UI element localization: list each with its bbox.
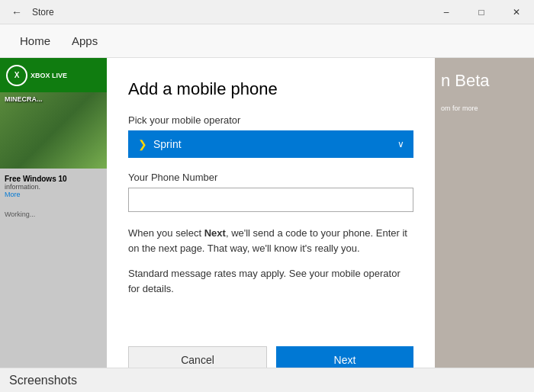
xbox-live-banner: X XBOX LIVE bbox=[0, 58, 111, 92]
sprint-icon: ❯ bbox=[138, 138, 147, 150]
operator-dropdown[interactable]: ❯ Sprint bbox=[128, 130, 413, 158]
insider-sub-text: om for more bbox=[435, 104, 534, 112]
dialog: Add a mobile phone Pick your mobile oper… bbox=[107, 58, 435, 392]
maximize-button[interactable]: □ bbox=[464, 0, 499, 24]
phone-number-input[interactable] bbox=[128, 188, 413, 212]
xbox-logo-icon: X bbox=[6, 65, 27, 86]
navbar: Home Apps bbox=[0, 24, 534, 58]
free-windows-title: Free Windows 10 bbox=[5, 175, 106, 183]
standard-message-text: Standard message rates may apply. See yo… bbox=[128, 266, 413, 296]
operator-label: Pick your mobile operator bbox=[128, 114, 413, 126]
close-button[interactable]: ✕ bbox=[499, 0, 534, 24]
minecraft-label: MINECRA... bbox=[0, 92, 111, 106]
operator-selected-value: Sprint bbox=[153, 138, 182, 150]
titlebar: ← Store – □ ✕ bbox=[0, 0, 534, 24]
nav-apps[interactable]: Apps bbox=[61, 27, 108, 55]
screenshots-label: Screenshots bbox=[9, 374, 77, 387]
right-background: n Beta om for more bbox=[435, 58, 534, 392]
free-windows-sub: information. bbox=[5, 183, 106, 191]
free-windows-section: Free Windows 10 information. More bbox=[0, 169, 111, 204]
operator-dropdown-container: ❯ Sprint ∨ bbox=[128, 130, 413, 158]
phone-number-label: Your Phone Number bbox=[128, 172, 413, 183]
minecraft-image: MINECRA... bbox=[0, 92, 111, 169]
back-button[interactable]: ← bbox=[6, 2, 27, 23]
nav-home[interactable]: Home bbox=[9, 27, 61, 55]
insider-beta-text: n Beta bbox=[435, 58, 534, 104]
more-link[interactable]: More bbox=[5, 191, 106, 198]
info-text: When you select Next, we'll send a code … bbox=[128, 226, 413, 255]
dropdown-chevron-icon: ∨ bbox=[397, 139, 404, 149]
titlebar-controls: – □ ✕ bbox=[429, 0, 534, 24]
minimize-button[interactable]: – bbox=[429, 0, 464, 24]
titlebar-title: Store bbox=[32, 7, 54, 18]
xbox-live-label: XBOX LIVE bbox=[31, 72, 67, 79]
screenshots-bar: Screenshots bbox=[0, 368, 534, 392]
dialog-title: Add a mobile phone bbox=[128, 79, 413, 99]
store-background: X XBOX LIVE MINECRA... Free Windows 10 i… bbox=[0, 58, 111, 392]
main-area: X XBOX LIVE MINECRA... Free Windows 10 i… bbox=[0, 58, 534, 392]
working-status: Working... bbox=[0, 204, 111, 224]
